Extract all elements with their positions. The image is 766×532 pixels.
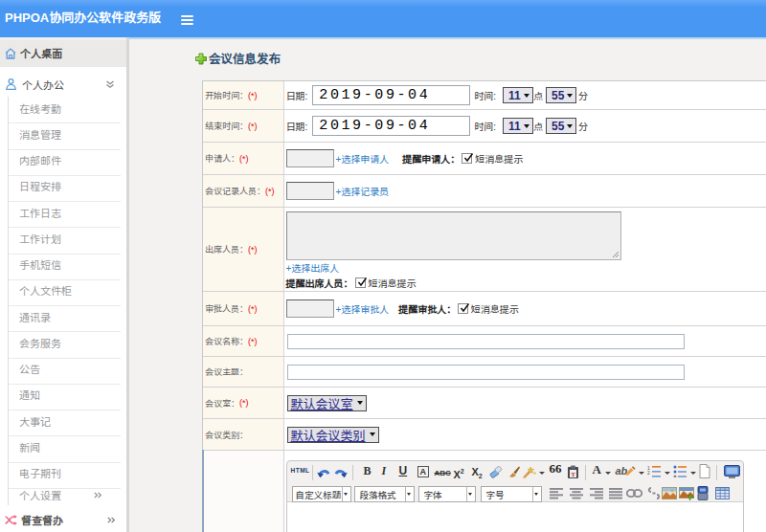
svg-text:2: 2: [647, 470, 650, 476]
svg-text:T: T: [571, 471, 575, 478]
